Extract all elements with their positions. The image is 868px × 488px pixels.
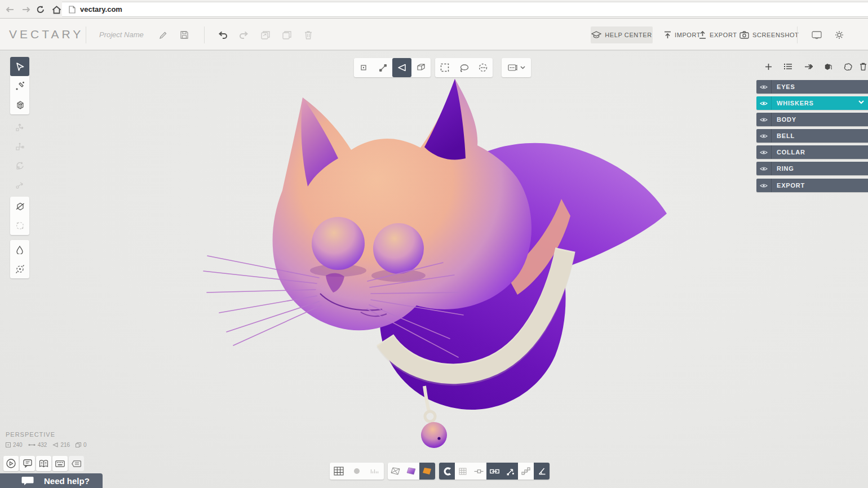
marquee-select-button[interactable] <box>435 58 454 77</box>
axis-transform-tool-button[interactable] <box>10 175 29 194</box>
smooth-shading-button[interactable] <box>404 463 419 480</box>
group-button[interactable] <box>258 28 273 42</box>
object-icon <box>76 442 81 447</box>
visibility-eye-icon[interactable] <box>756 129 772 143</box>
layer-label: BELL <box>777 132 795 139</box>
material-layers-icon[interactable] <box>818 63 838 70</box>
layer-label: BODY <box>777 116 796 123</box>
rename-project-button[interactable] <box>156 28 170 42</box>
camera-mode-label[interactable]: PERSPECTIVE <box>6 431 55 438</box>
screenshot-button[interactable]: SCREENSHOT <box>739 26 799 43</box>
select-tool-button[interactable] <box>10 57 29 76</box>
add-object-icon[interactable] <box>759 63 778 70</box>
loop-tool-button[interactable] <box>10 216 29 235</box>
angle-snap-button[interactable] <box>534 463 550 480</box>
face-count: 216 <box>52 442 70 448</box>
slice-cube-tool-button[interactable] <box>10 197 29 216</box>
render-options-dropdown[interactable] <box>502 58 531 77</box>
primitive-cube-tool-button[interactable] <box>10 95 29 114</box>
increment-snap-button[interactable] <box>471 463 486 480</box>
page-icon <box>69 6 76 14</box>
cat-model-render <box>0 51 868 488</box>
focus-center-button[interactable] <box>10 259 29 278</box>
magnet-snap-button[interactable] <box>439 463 455 480</box>
undo-button[interactable] <box>215 28 230 42</box>
tutorial-play-button[interactable] <box>3 456 19 471</box>
lasso-select-button[interactable] <box>454 58 473 77</box>
duplicate-button[interactable] <box>280 28 294 42</box>
import-label: IMPORT <box>675 32 701 38</box>
ruler-units-button[interactable] <box>366 463 384 480</box>
browser-home-icon[interactable] <box>50 3 63 16</box>
project-name[interactable]: Project Name <box>99 30 144 39</box>
layer-label: EXPORT <box>777 182 805 189</box>
vertex-count: 240 <box>6 442 23 448</box>
pen-tool-button[interactable] <box>10 76 29 95</box>
edge-mode-button[interactable] <box>373 58 392 77</box>
layer-label: COLLAR <box>777 149 805 156</box>
settings-gear-icon[interactable] <box>832 28 847 42</box>
layer-row-body[interactable]: BODY <box>756 113 868 126</box>
layer-row-bell[interactable]: BELL <box>756 129 868 143</box>
droplet-material-button[interactable] <box>10 240 29 259</box>
divider <box>86 26 86 43</box>
list-view-icon[interactable] <box>778 63 798 70</box>
chevron-down-icon <box>520 66 525 69</box>
face-icon <box>52 442 58 447</box>
browser-reload-icon[interactable] <box>34 3 47 16</box>
transform-tools-group <box>10 118 29 194</box>
smooth-group-icon[interactable] <box>838 63 858 70</box>
face-mode-button[interactable] <box>392 58 411 77</box>
chevron-down-icon[interactable] <box>858 100 864 104</box>
visibility-eye-icon[interactable] <box>756 179 772 192</box>
layer-row-eyes[interactable]: EYES <box>756 80 868 94</box>
delete-layer-icon[interactable] <box>858 63 868 70</box>
edge-count: 432 <box>28 442 47 448</box>
object-mode-button[interactable] <box>411 58 431 77</box>
normal-align-button[interactable] <box>502 463 518 480</box>
paint-select-button[interactable] <box>473 58 493 77</box>
visibility-eye-icon[interactable] <box>756 80 772 94</box>
grid-settings-group <box>330 463 384 480</box>
import-button[interactable]: IMPORT <box>664 26 701 43</box>
vertex-mode-button[interactable] <box>354 58 373 77</box>
mesh-tools-group <box>10 197 29 235</box>
feedback-chat-button[interactable] <box>20 456 35 471</box>
browser-back-icon[interactable] <box>3 3 17 16</box>
layer-row-collar[interactable]: COLLAR <box>756 145 868 159</box>
layer-label: RING <box>777 165 794 172</box>
save-button[interactable] <box>177 28 192 42</box>
sphere-display-button[interactable] <box>348 463 366 480</box>
collapse-panel-icon[interactable] <box>799 64 818 70</box>
layer-row-export[interactable]: EXPORT <box>756 179 868 192</box>
delete-button[interactable] <box>301 28 316 42</box>
3d-viewport[interactable]: EYES WHISKERS BODY BELL COLLAR RING EXPO… <box>0 51 868 488</box>
wireframe-shading-button[interactable] <box>388 463 404 480</box>
grid-snap-button[interactable] <box>455 463 471 480</box>
redo-button[interactable] <box>237 28 251 42</box>
rotate-tool-button[interactable] <box>10 156 29 175</box>
step-snap-button[interactable] <box>518 463 534 480</box>
browser-forward-icon[interactable] <box>19 3 33 16</box>
textured-shading-button[interactable] <box>419 463 435 480</box>
visibility-eye-icon[interactable] <box>756 145 772 159</box>
help-center-button[interactable]: HELP CENTER <box>591 26 653 43</box>
layer-row-ring[interactable]: RING <box>756 162 868 175</box>
keyboard-shortcuts-button[interactable] <box>52 456 68 471</box>
visibility-eye-icon[interactable] <box>756 162 772 175</box>
documentation-book-button[interactable] <box>36 456 51 471</box>
vr-view-icon[interactable] <box>809 28 824 42</box>
scale-tool-button[interactable] <box>10 137 29 156</box>
browser-chrome: vectary.com <box>0 0 868 19</box>
need-help-button[interactable]: Need help? <box>0 473 103 488</box>
vertex-snap-button[interactable] <box>486 463 502 480</box>
url-bar[interactable]: vectary.com <box>62 2 868 17</box>
visibility-eye-icon[interactable] <box>756 96 772 110</box>
move-tool-button[interactable] <box>10 118 29 137</box>
layers-panel-toolbar <box>759 59 868 74</box>
visibility-eye-icon[interactable] <box>756 113 772 126</box>
export-button[interactable]: EXPORT <box>699 26 737 43</box>
layer-row-whiskers[interactable]: WHISKERS <box>756 96 868 110</box>
release-notes-tag-button[interactable] <box>69 456 84 471</box>
grid-toggle-button[interactable] <box>330 463 348 480</box>
